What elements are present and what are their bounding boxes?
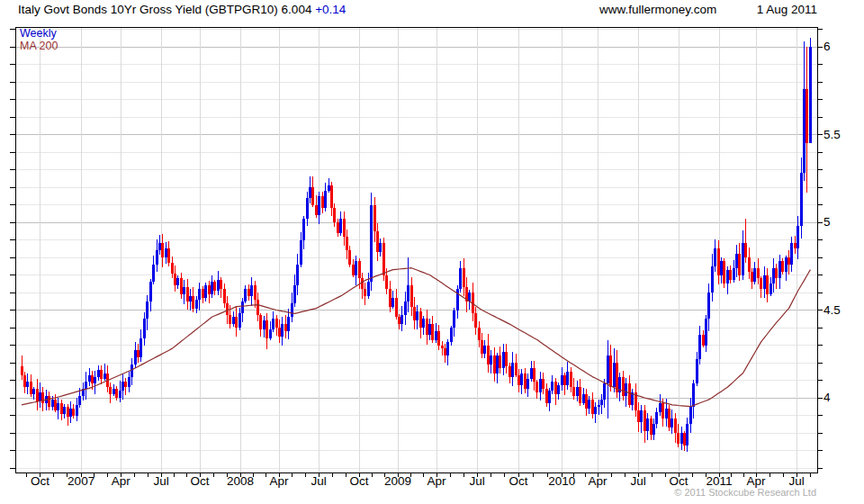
candle-body [490,356,492,364]
candle-body [376,231,379,252]
candle-body [152,265,155,283]
candle-body [192,296,194,309]
candle-body [389,289,392,307]
x-axis-label: Oct [659,474,698,488]
candle-body [785,257,788,272]
candle-body [76,405,78,416]
candle-body [48,396,50,407]
candle-body [674,418,677,433]
candle-body [63,407,66,414]
candle-body [278,328,281,337]
x-axis-label: 2007 [61,474,101,488]
candle-body [379,243,382,252]
candle-body [582,394,585,403]
candle-body [646,418,649,431]
candle-body [143,319,146,338]
candle-body [686,424,688,445]
candle-body [748,257,751,272]
candle-body [161,243,164,257]
candle-body [463,268,465,287]
candle-body [588,400,590,409]
candle-body [502,352,505,368]
candle-body [128,377,130,388]
legend-ma-label: MA 200 [20,40,58,52]
copyright-notice: © 2011 Stockcube Research Ltd [674,487,816,498]
candle-body [259,315,262,329]
candle-body [594,407,597,414]
candle-body [692,383,695,406]
x-axis-label: Jul [299,474,338,488]
candle-body [176,278,179,285]
candle-body [603,383,606,400]
candle-body [683,433,686,446]
candle-body [202,289,204,298]
candle-body [213,282,216,291]
candle-body [450,328,453,342]
candle-body [809,47,812,143]
chart-canvas [0,0,864,504]
candle-body [186,287,189,302]
candle-body [659,403,662,412]
candle-body [88,375,91,382]
candle-body [67,407,69,418]
candle-body [478,328,481,340]
candle-body [333,208,336,222]
candle-body [281,324,284,337]
candle-body [30,382,32,394]
candle-body [287,317,290,331]
candle-body [23,375,26,388]
candle-body [428,324,431,335]
x-axis-label: Oct [180,474,220,488]
candle-body [419,311,422,328]
candle-body [21,366,23,375]
x-axis-label: Oct [20,474,59,488]
candle-body [318,196,320,215]
candle-body [778,261,781,279]
candle-body [665,409,668,419]
candle-body [788,257,790,265]
candle-body [441,346,444,349]
candle-body [505,352,508,366]
candle-body [57,403,59,410]
candle-body [311,187,314,205]
candle-body [796,226,799,248]
candle-body [407,285,410,302]
candle-body [392,298,394,307]
candle-body [530,368,533,379]
candle-body [655,412,658,425]
candle-body [563,375,566,386]
candle-body [195,300,198,309]
candle-body [235,317,238,328]
candle-body [189,296,192,302]
candle-body [753,268,756,283]
candle-body [751,272,753,283]
candle-body [198,289,201,300]
candle-body [171,263,174,274]
candle-body [698,335,701,359]
candle-body [539,379,542,393]
candle-body [520,374,523,386]
candle-body [364,289,366,296]
candle-body [72,409,75,416]
candle-body [302,219,305,239]
candle-body [806,89,808,143]
candle-body [226,303,229,316]
candle-body [702,335,705,346]
x-axis-label: 2008 [220,474,260,488]
candle-body [726,270,729,284]
candle-body [158,243,161,250]
candle-body [579,387,581,403]
candle-body [453,310,455,328]
x-axis-label: Apr [578,474,617,488]
candle-body [744,243,747,257]
candle-body [790,243,793,264]
candle-body [328,185,330,191]
candle-body [124,382,127,387]
x-axis-label: Jul [457,474,497,488]
candle-body [208,285,211,294]
candle-body [548,391,551,403]
candle-body [223,289,226,303]
candle-body [337,222,339,233]
plot-frame [15,27,817,472]
candle-body [598,405,600,407]
